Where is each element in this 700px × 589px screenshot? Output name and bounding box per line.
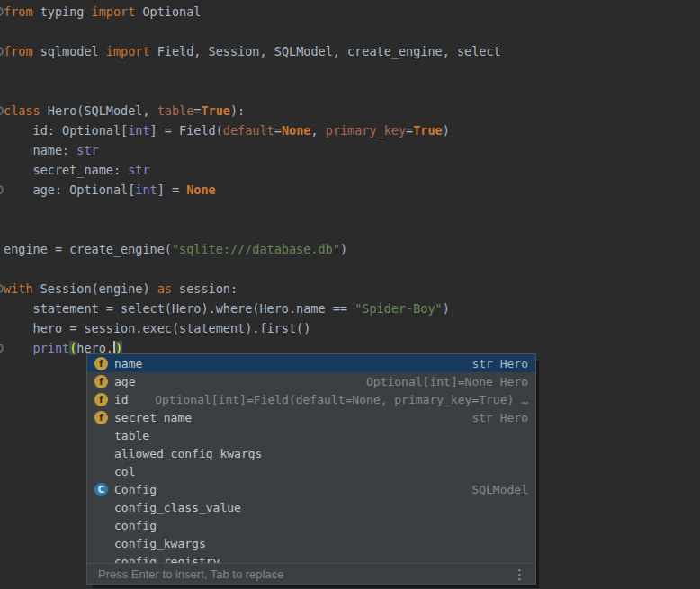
completion-item-secret_name[interactable]: fsecret_namestr Hero (87, 408, 535, 426)
completion-label: table (114, 429, 149, 442)
completion-label: secret_name (114, 411, 192, 424)
code-token: True (201, 103, 230, 118)
code-token: print (33, 341, 70, 355)
completion-footer: Press Enter to insert, Tab to replace ⋮ (87, 563, 535, 584)
kebab-menu-icon[interactable]: ⋮ (513, 567, 526, 581)
code-token: Session(engine) (33, 281, 157, 296)
completion-label: col (114, 465, 135, 478)
code-line[interactable] (0, 200, 700, 219)
code-line[interactable]: statement = select(Hero).where(Hero.name… (0, 299, 700, 318)
code-line[interactable]: id: Optional[int] = Field(default=None, … (0, 120, 700, 140)
code-token: Field, Session, SQLModel, create_engine,… (150, 44, 501, 58)
completion-item-config_class_value[interactable]: config_class_value (87, 498, 535, 516)
completion-item-name[interactable]: fnamestr Hero (87, 354, 535, 372)
completion-tail: str Hero (471, 411, 528, 424)
completion-label: config (114, 519, 157, 532)
completion-label: age (114, 375, 135, 388)
code-token: secret_name: (4, 163, 128, 177)
completion-label: id (114, 393, 129, 406)
code-token: statement = select(Hero).where(Hero.name… (4, 301, 354, 316)
icon-spacer (94, 501, 108, 514)
code-line[interactable]: secret_name: str (0, 160, 700, 180)
code-token: ] = (157, 183, 187, 197)
icon-spacer (94, 465, 108, 478)
code-token: age: Optional[ (4, 183, 135, 197)
code-token: ) (443, 301, 450, 316)
code-token: with (4, 281, 33, 296)
code-token: Hero(SQLModel, (40, 103, 157, 118)
code-token: ] = Field( (150, 123, 223, 138)
code-token: table (157, 103, 194, 118)
completion-label: config_registry (114, 555, 220, 564)
code-token: ) (443, 123, 450, 138)
completion-item-config_registry[interactable]: config_registry (87, 552, 535, 563)
completion-hint: Press Enter to insert, Tab to replace (98, 567, 283, 581)
field-icon: f (94, 357, 108, 370)
field-icon: f (94, 375, 108, 388)
code-token: session: (172, 281, 238, 296)
code-token: from (4, 44, 33, 58)
code-token: name: (4, 143, 76, 157)
code-token: True (413, 123, 443, 138)
completion-label: Config (114, 483, 157, 496)
icon-spacer (94, 537, 108, 550)
code-token: str (76, 143, 98, 157)
code-line[interactable]: from typing import Optional (0, 2, 700, 22)
code-token: class (4, 103, 40, 118)
completion-item-Config[interactable]: CConfigSQLModel (87, 480, 535, 498)
field-icon: f (94, 393, 108, 406)
code-line[interactable]: hero = session.exec(statement).first() (0, 318, 700, 338)
completion-tail: str Hero (471, 357, 528, 370)
completion-label: allowed_config_kwargs (114, 447, 262, 460)
completion-label: config_class_value (114, 501, 241, 514)
code-line[interactable] (0, 81, 700, 101)
code-line[interactable] (0, 22, 700, 41)
completion-label: config_kwargs (114, 537, 206, 550)
code-line[interactable]: name: str (0, 140, 700, 160)
completion-tail: SQLModel (471, 483, 528, 496)
code-token: None (186, 183, 216, 197)
code-token: "Spider-Boy" (354, 301, 443, 316)
code-token: str (128, 163, 149, 177)
completion-tail: Optional[int]=None Hero (366, 375, 528, 388)
code-token: , (310, 123, 325, 138)
code-token: import (106, 44, 150, 58)
code-token: Optional (135, 4, 201, 19)
code-line[interactable] (0, 259, 700, 279)
code-token: hero = session.exec(statement).first() (4, 321, 310, 335)
code-token: sqlmodel (33, 44, 106, 58)
code-token: primary_key (326, 123, 406, 138)
code-token: id: Optional[ (4, 123, 128, 138)
completion-item-allowed_config_kwargs[interactable]: allowed_config_kwargs (87, 444, 535, 462)
completion-list[interactable]: fnamestr HerofageOptional[int]=None Hero… (87, 354, 535, 563)
icon-spacer (94, 519, 108, 532)
icon-spacer (94, 447, 108, 460)
code-token: default (223, 123, 274, 138)
code-line[interactable] (0, 61, 700, 81)
code-area[interactable]: from typing import Optionalfrom sqlmodel… (0, 2, 700, 358)
code-token: ) (340, 242, 347, 256)
code-token: None (282, 123, 311, 138)
code-token: import (92, 4, 136, 19)
completion-item-config_kwargs[interactable]: config_kwargs (87, 534, 535, 552)
code-line[interactable] (0, 219, 700, 239)
icon-spacer (94, 429, 108, 442)
class-icon: C (94, 483, 108, 496)
code-line[interactable]: with Session(engine) as session: (0, 279, 700, 299)
code-token: engine = create_engine( (4, 242, 172, 256)
code-line[interactable]: class Hero(SQLModel, table=True): (0, 101, 700, 120)
code-line[interactable]: age: Optional[int] = None (0, 180, 700, 200)
code-token: ): (230, 103, 245, 118)
code-token (4, 341, 33, 355)
completion-item-age[interactable]: fageOptional[int]=None Hero (87, 372, 535, 390)
code-token: "sqlite:///database.db" (172, 242, 340, 256)
completion-item-col[interactable]: col (87, 462, 535, 480)
completion-item-table[interactable]: table (87, 426, 535, 444)
field-icon: f (94, 411, 108, 424)
code-line[interactable]: engine = create_engine("sqlite:///databa… (0, 239, 700, 259)
completion-item-config[interactable]: config (87, 516, 535, 534)
completion-item-id[interactable]: fidOptional[int]=Field(default=None, pri… (87, 390, 535, 408)
code-line[interactable]: from sqlmodel import Field, Session, SQL… (0, 41, 700, 61)
completion-label: name (114, 357, 142, 370)
icon-spacer (94, 555, 108, 564)
